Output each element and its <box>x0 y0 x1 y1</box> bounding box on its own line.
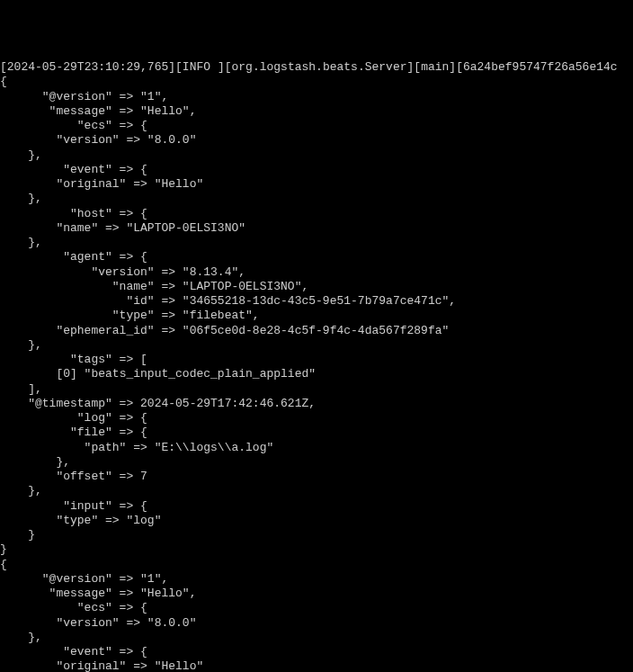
log-offset-value: 7 <box>140 470 147 483</box>
log-file-path-value: E:\\logs\\a.log <box>161 441 266 454</box>
message-value-2: Hello <box>147 587 183 600</box>
version-value: 1 <box>147 90 155 103</box>
tag-value: beats_input_codec_plain_applied <box>91 367 308 381</box>
timestamp-value: 2024-05-29T17:42:46.621Z <box>140 397 308 410</box>
agent-name-value: LAPTOP-0ELSI3NO <box>190 280 295 293</box>
event-original-value: Hello <box>161 177 196 191</box>
agent-type-value: filebeat <box>190 309 245 322</box>
terminal-output: [2024-05-29T23:10:29,765][INFO ][org.log… <box>0 60 633 672</box>
agent-version-value: 8.13.4 <box>190 265 232 279</box>
ecs-version-value: 8.0.0 <box>155 133 190 147</box>
host-name-value: LAPTOP-0ELSI3NO <box>133 221 238 235</box>
input-type-value: log <box>133 514 154 527</box>
agent-ephemeral-id-value: 06f5ce0d-8e28-4c5f-9f4c-4da567f289fa <box>190 324 442 337</box>
version-value-2: 1 <box>147 572 155 586</box>
event-original-value-2: Hello <box>161 659 196 672</box>
ecs-version-value-2: 8.0.0 <box>155 616 190 630</box>
message-value: Hello <box>147 104 183 118</box>
log-header-line: [2024-05-29T23:10:29,765][INFO ][org.log… <box>0 60 618 74</box>
agent-id-value: 34655218-13dc-43c5-9e51-7b79a7ce471c <box>190 294 442 308</box>
